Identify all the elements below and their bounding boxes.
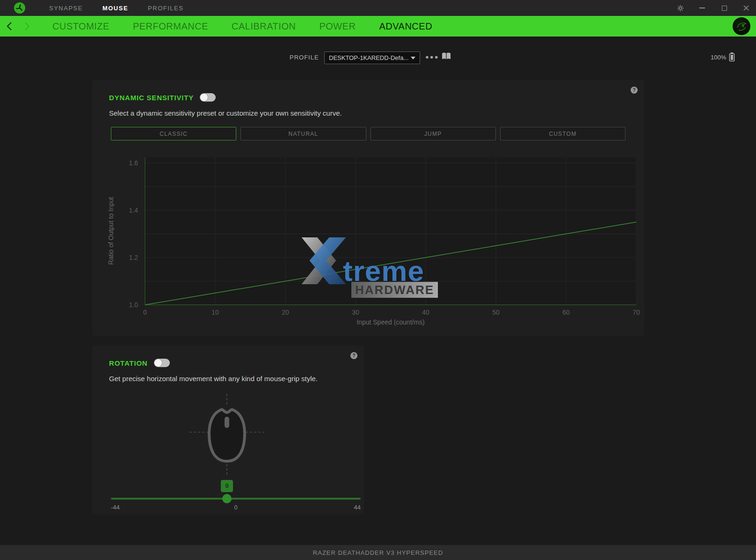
svg-text:1.2: 1.2 <box>129 254 138 261</box>
preset-custom-button[interactable]: CUSTOM <box>500 127 625 140</box>
rotation-header: ROTATION <box>109 359 170 367</box>
minimize-icon <box>699 7 705 8</box>
chevron-down-icon <box>411 57 415 59</box>
help-icon[interactable]: ? <box>631 87 638 94</box>
svg-text:50: 50 <box>492 309 500 316</box>
preset-classic-button[interactable]: CLASSIC <box>111 127 236 140</box>
rotation-slider-labels: -44 0 44 <box>111 504 361 512</box>
svg-text:40: 40 <box>422 309 429 316</box>
svg-text:Ratio of Output to Input: Ratio of Output to Input <box>107 197 115 265</box>
svg-text:60: 60 <box>562 309 570 316</box>
tab-power[interactable]: POWER <box>319 21 356 32</box>
tab-advanced[interactable]: ADVANCED <box>379 21 432 32</box>
mouse-rotation-figure <box>92 390 364 477</box>
toggle-knob <box>200 94 208 101</box>
slider-center-label: 0 <box>234 504 237 511</box>
svg-text:30: 30 <box>352 309 359 316</box>
svg-text:1.6: 1.6 <box>129 159 138 167</box>
battery-icon <box>729 52 735 64</box>
menu-item-synapse[interactable]: SYNAPSE <box>49 5 83 12</box>
window-controls <box>676 0 750 16</box>
svg-text:10: 10 <box>211 309 219 316</box>
svg-text:20: 20 <box>282 309 289 316</box>
synapse-window: SYNAPSE MOUSE PROFILES <box>0 0 756 560</box>
forward-arrow-icon[interactable] <box>23 21 31 31</box>
avatar-art <box>733 17 750 35</box>
book-icon <box>441 52 451 60</box>
tab-performance[interactable]: PERFORMANCE <box>133 21 208 32</box>
toggle-knob <box>154 359 162 367</box>
device-footer: RAZER DEATHADDER V3 HYPERSPEED <box>0 545 756 560</box>
preset-jump-button[interactable]: JUMP <box>371 127 496 140</box>
tab-customize[interactable]: CUSTOMIZE <box>52 21 109 32</box>
battery-percentage: 100% <box>711 54 726 61</box>
maximize-button[interactable] <box>720 4 728 12</box>
menu-item-profiles[interactable]: PROFILES <box>148 5 183 12</box>
rotation-description: Get precise horizontal movement with any… <box>109 375 318 383</box>
profile-row: PROFILE DESKTOP-1KAREDD-Defa... ●●● 100% <box>0 51 756 66</box>
dynamic-sensitivity-header: DYNAMIC SENSITIVITY <box>109 93 216 102</box>
razer-triskelion <box>16 4 23 12</box>
titlebar: SYNAPSE MOUSE PROFILES <box>0 0 756 16</box>
dynamic-sensitivity-toggle[interactable] <box>200 93 216 102</box>
rotation-title: ROTATION <box>109 359 148 367</box>
profile-dropdown[interactable]: DESKTOP-1KAREDD-Defa... <box>324 52 420 64</box>
device-name: RAZER DEATHADDER V3 HYPERSPEED <box>313 549 443 556</box>
svg-text:1.0: 1.0 <box>129 301 138 309</box>
rotation-slider-track[interactable] <box>111 498 361 500</box>
device-nav-bar: CUSTOMIZE PERFORMANCE CALIBRATION POWER … <box>0 16 756 37</box>
menu-item-mouse[interactable]: MOUSE <box>102 5 128 12</box>
top-menu: SYNAPSE MOUSE PROFILES <box>49 0 183 16</box>
profile-label: PROFILE <box>290 54 319 61</box>
close-icon <box>743 5 749 11</box>
nav-arrows <box>6 16 31 37</box>
profile-more-button[interactable]: ●●● <box>425 53 439 60</box>
svg-text:70: 70 <box>632 309 640 316</box>
sensitivity-presets: CLASSIC NATURAL JUMP CUSTOM <box>111 127 625 140</box>
device-tabs: CUSTOMIZE PERFORMANCE CALIBRATION POWER … <box>52 16 432 37</box>
tab-calibration[interactable]: CALIBRATION <box>232 21 296 32</box>
maximize-icon <box>722 6 727 11</box>
slider-max-label: 44 <box>354 504 361 511</box>
svg-text:1.4: 1.4 <box>129 206 138 214</box>
slider-min-label: -44 <box>111 504 120 511</box>
sensitivity-chart: 1.01.21.41.6010203040506070Input Speed (… <box>92 146 644 331</box>
sensitivity-chart-area: 1.01.21.41.6010203040506070Input Speed (… <box>92 146 644 331</box>
svg-text:Input Speed (count/ms): Input Speed (count/ms) <box>356 318 425 326</box>
dynamic-sensitivity-description: Select a dynamic sensitivity preset or c… <box>109 109 342 117</box>
help-icon[interactable]: ? <box>350 352 357 359</box>
dynamic-sensitivity-panel: ? DYNAMIC SENSITIVITY Select a dynamic s… <box>92 80 644 336</box>
dynamic-sensitivity-title: DYNAMIC SENSITIVITY <box>109 94 194 102</box>
profile-library-button[interactable] <box>441 52 451 62</box>
preset-natural-button[interactable]: NATURAL <box>240 127 366 140</box>
profile-dropdown-value: DESKTOP-1KAREDD-Defa... <box>325 54 411 61</box>
minimize-button[interactable] <box>698 4 706 12</box>
rotation-slider-thumb[interactable] <box>222 494 232 503</box>
rotation-toggle[interactable] <box>154 359 170 367</box>
rotation-value-badge: 0 <box>221 480 233 492</box>
close-button[interactable] <box>742 4 750 12</box>
settings-gear-icon[interactable] <box>676 4 684 12</box>
mouse-icon <box>92 390 364 477</box>
razer-logo-icon[interactable] <box>14 2 25 14</box>
rotation-panel: ? ROTATION Get precise horizontal moveme… <box>92 346 364 514</box>
back-arrow-icon[interactable] <box>6 21 13 31</box>
svg-text:0: 0 <box>143 309 147 316</box>
profile-avatar[interactable] <box>733 17 750 35</box>
